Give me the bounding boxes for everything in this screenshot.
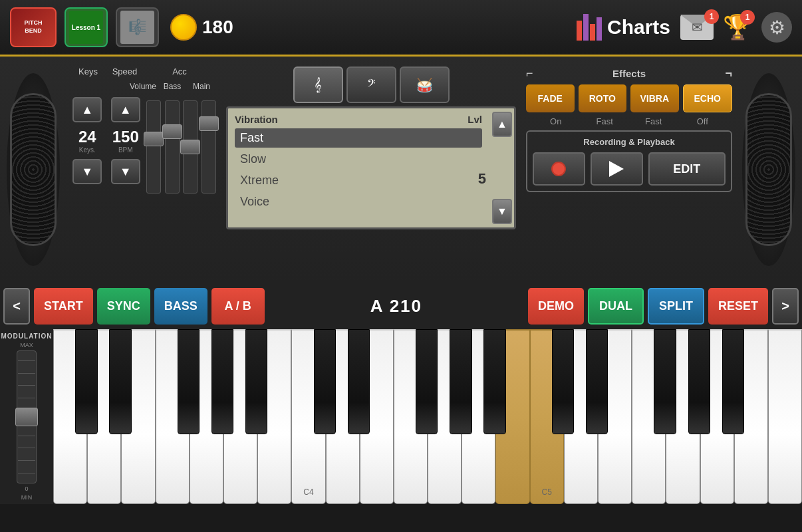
piano-section: MODULATION MAX 0 MIN — [0, 329, 802, 504]
echo-status: Off — [678, 116, 728, 126]
echo-button[interactable]: ECHO — [683, 84, 733, 112]
next-button[interactable]: > — [772, 288, 799, 325]
key-label-C4: C4 — [303, 487, 313, 497]
display-item-fast[interactable]: Fast — [235, 128, 482, 148]
black-key-A5s[interactable] — [722, 329, 744, 434]
bass-label-ctrl: Bass — [158, 82, 187, 91]
black-key-C3s[interactable] — [75, 329, 97, 434]
scroll-up-button[interactable]: ▲ — [492, 112, 512, 137]
tab-treble-clef[interactable]: 𝄞 — [293, 66, 343, 103]
keys-value: 24 — [78, 124, 96, 146]
piano-keys: C4C5 — [53, 329, 802, 504]
vibra-button[interactable]: VIBRA — [630, 84, 679, 112]
fade-status: On — [531, 116, 581, 126]
roto-button[interactable]: ROTO — [579, 84, 627, 112]
black-key-C4s[interactable] — [314, 329, 336, 434]
keys-sub: Keys. — [78, 146, 96, 154]
tab-buttons: 𝄞 𝄢 🥁 — [226, 66, 516, 103]
black-key-F4s[interactable] — [416, 329, 438, 434]
pitch-bend-button[interactable]: PITCHBEND — [10, 7, 57, 47]
main-label: Main — [187, 82, 216, 91]
modulation-thumb[interactable] — [15, 408, 38, 426]
trophy-badge: 1 — [740, 10, 755, 25]
split-button[interactable]: SPLIT — [648, 288, 704, 325]
topbar: PITCHBEND Lesson 1 🎼 180 Charts ✉ 1 🏆 — [0, 0, 802, 57]
coin-amount: 180 — [202, 17, 233, 38]
volume-label: Volume — [128, 82, 158, 91]
black-key-A3s[interactable] — [245, 329, 267, 434]
reset-button[interactable]: RESET — [708, 288, 768, 325]
keys-up-icon: ▲ — [81, 103, 93, 117]
trophy-button[interactable]: 🏆 1 — [724, 13, 751, 41]
display-title-row: Vibration Lvl — [235, 114, 482, 125]
black-key-C5s[interactable] — [552, 329, 574, 434]
scroll-down-button[interactable]: ▼ — [492, 199, 512, 224]
mod-line — [18, 460, 35, 461]
modulation-max: MAX — [20, 342, 33, 348]
mail-badge: 1 — [704, 9, 719, 24]
main-slider[interactable] — [201, 100, 216, 194]
display-item-slow[interactable]: Slow — [235, 150, 482, 169]
start-button[interactable]: START — [34, 288, 93, 325]
record-button[interactable] — [533, 152, 585, 186]
black-key-G3s[interactable] — [211, 329, 233, 434]
charts-bar-1 — [577, 21, 582, 41]
effects-buttons: FADE ROTO VIBRA ECHO — [526, 84, 732, 112]
coin-icon — [170, 14, 197, 41]
speed-up-icon: ▲ — [120, 103, 132, 117]
slider-column — [146, 100, 216, 220]
black-key-A4s[interactable] — [483, 329, 505, 434]
charts-label: Charts — [607, 16, 670, 39]
shop-button[interactable]: 🎼 — [116, 7, 159, 47]
black-key-G5s[interactable] — [688, 329, 710, 434]
fade-button[interactable]: FADE — [526, 84, 575, 112]
mod-line — [18, 398, 35, 398]
settings-button[interactable]: ⚙ — [761, 12, 792, 43]
mail-button[interactable]: ✉ 1 — [680, 15, 714, 40]
song-name: A 210 — [269, 296, 524, 317]
acc-slider[interactable] — [146, 100, 161, 194]
keys-down-button[interactable]: ▼ — [72, 159, 102, 184]
effects-bracket-right: ¬ — [725, 66, 732, 80]
keys-up-button[interactable]: ▲ — [72, 97, 102, 122]
bass-button[interactable]: BASS — [154, 288, 207, 325]
edit-button[interactable]: EDIT — [648, 152, 726, 186]
white-key-C6[interactable] — [768, 329, 802, 504]
bass-slider[interactable] — [183, 100, 198, 194]
tab-drums[interactable]: 🥁 — [400, 66, 450, 103]
speed-down-button[interactable]: ▼ — [111, 159, 140, 184]
display-item-xtreme[interactable]: Xtreme — [235, 171, 482, 190]
black-key-D5s[interactable] — [586, 329, 608, 434]
effects-title: Effects — [537, 68, 722, 79]
prev-button[interactable]: < — [3, 288, 30, 325]
speed-value: 150 — [112, 124, 139, 146]
keys-down-icon: ▼ — [81, 165, 93, 179]
black-key-F5s[interactable] — [654, 329, 676, 434]
tab-bass-clef[interactable]: 𝄢 — [346, 66, 396, 103]
mod-line — [18, 360, 35, 361]
black-key-D3s[interactable] — [109, 329, 131, 434]
demo-button[interactable]: DEMO — [528, 288, 584, 325]
volume-slider[interactable] — [165, 100, 180, 194]
charts-button[interactable]: Charts — [577, 14, 670, 41]
modulation-zero: 0 — [25, 485, 28, 492]
ab-button[interactable]: A / B — [211, 288, 265, 325]
speed-label: Speed — [106, 66, 143, 76]
black-key-G4s[interactable] — [450, 329, 471, 434]
charts-bar-2 — [583, 14, 589, 41]
charts-bar-4 — [597, 17, 602, 41]
black-key-D4s[interactable] — [348, 329, 370, 434]
dual-button[interactable]: DUAL — [588, 288, 644, 325]
key-label-C5: C5 — [542, 487, 552, 497]
speed-up-button[interactable]: ▲ — [111, 97, 140, 122]
display-item-voice[interactable]: Voice — [235, 192, 482, 211]
play-icon — [609, 161, 624, 177]
mod-line — [18, 385, 35, 386]
sync-button[interactable]: SYNC — [97, 288, 150, 325]
center-section: 𝄞 𝄢 🥁 Vibration Lvl Fast Slow Xtreme Voi… — [223, 63, 519, 276]
roto-status: Fast — [581, 116, 630, 126]
effects-section: ⌐ Effects ¬ FADE ROTO VIBRA ECHO On Fast… — [523, 63, 735, 276]
black-key-F3s[interactable] — [178, 329, 200, 434]
lesson-button[interactable]: Lesson 1 — [65, 7, 108, 47]
play-button[interactable] — [591, 152, 643, 186]
